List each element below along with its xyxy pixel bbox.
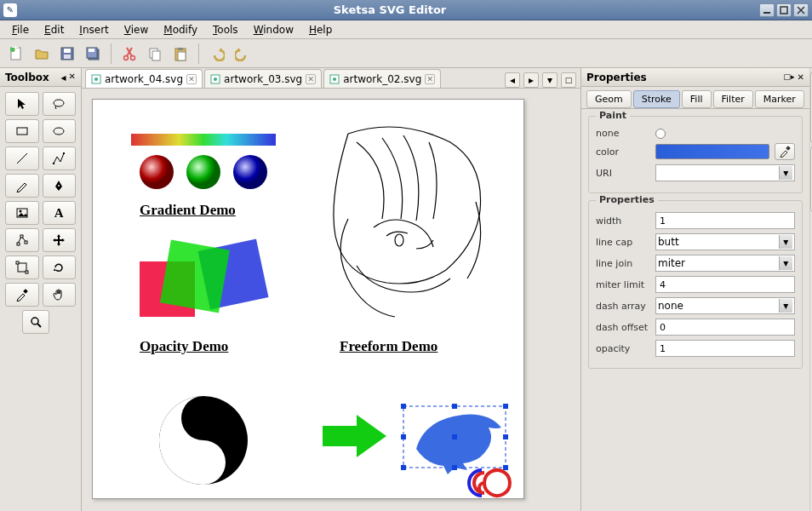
svg-rect-1 bbox=[781, 7, 787, 14]
menu-tools[interactable]: Tools bbox=[206, 22, 245, 37]
opacity-input[interactable] bbox=[655, 340, 795, 357]
paint-color-swatch[interactable] bbox=[655, 144, 769, 159]
tab-marker[interactable]: Marker bbox=[755, 90, 804, 108]
svg-rect-66 bbox=[452, 465, 457, 470]
node-edit-tool[interactable] bbox=[5, 228, 39, 252]
svg-rect-21 bbox=[178, 52, 186, 60]
open-file-button[interactable] bbox=[31, 43, 53, 65]
pen-tool[interactable] bbox=[43, 174, 77, 198]
properties-title: Properties □▸✕ bbox=[581, 68, 809, 87]
transform-tool[interactable] bbox=[5, 256, 39, 279]
tab-scroll-left[interactable]: ◂ bbox=[505, 72, 520, 88]
linecap-combo[interactable]: butt▾ bbox=[655, 233, 795, 250]
svg-point-53 bbox=[395, 234, 403, 246]
opacity-demo-label: Opacity Demo bbox=[140, 338, 228, 355]
menu-view[interactable]: View bbox=[117, 22, 155, 37]
tab-close-icon[interactable]: ✕ bbox=[306, 74, 316, 84]
paint-none-radio[interactable] bbox=[655, 129, 666, 139]
move-tool[interactable] bbox=[43, 228, 77, 252]
svg-point-49 bbox=[233, 155, 267, 189]
menu-window[interactable]: Window bbox=[247, 22, 300, 37]
menu-help[interactable]: Help bbox=[302, 22, 339, 37]
close-button[interactable] bbox=[793, 3, 809, 17]
tab-artwork-04[interactable]: artwork_04.svg ✕ bbox=[85, 69, 203, 88]
properties-tabs: Geom Stroke Fill Filter Marker bbox=[581, 87, 809, 109]
undo-button[interactable] bbox=[206, 43, 228, 65]
svg-point-55 bbox=[197, 412, 209, 424]
svg-rect-46 bbox=[131, 134, 276, 146]
cut-button[interactable] bbox=[118, 43, 140, 65]
properties-close-icon[interactable]: ✕ bbox=[797, 72, 803, 82]
linejoin-combo[interactable]: miter▾ bbox=[655, 255, 795, 272]
rectangle-tool[interactable] bbox=[5, 119, 39, 143]
rotate-tool[interactable] bbox=[43, 256, 77, 279]
menu-modify[interactable]: Modify bbox=[157, 22, 204, 37]
text-tool[interactable]: A bbox=[43, 201, 77, 225]
tab-label: artwork_03.svg bbox=[224, 73, 302, 85]
save-all-button[interactable] bbox=[82, 43, 104, 65]
redo-button[interactable] bbox=[232, 43, 254, 65]
artwork-content bbox=[93, 100, 525, 500]
dashoffset-input[interactable] bbox=[655, 319, 795, 336]
tab-scroll-right[interactable]: ▸ bbox=[523, 72, 539, 88]
svg-rect-59 bbox=[401, 404, 406, 409]
svg-rect-60 bbox=[452, 404, 457, 409]
menu-insert[interactable]: Insert bbox=[72, 22, 115, 37]
tab-geom[interactable]: Geom bbox=[586, 90, 632, 108]
svg-rect-61 bbox=[503, 404, 508, 409]
gradient-demo-label: Gradient Demo bbox=[140, 202, 236, 219]
maximize-button[interactable] bbox=[776, 3, 792, 17]
eyedropper-button[interactable] bbox=[775, 143, 795, 160]
stroke-width-input[interactable] bbox=[655, 212, 795, 229]
ellipse-tool[interactable] bbox=[43, 119, 77, 143]
toolbox-pin-icon[interactable]: ◂ bbox=[61, 72, 66, 83]
new-file-button[interactable]: + bbox=[5, 43, 27, 65]
paint-uri-combo[interactable]: ▾ bbox=[655, 164, 795, 181]
pencil-tool[interactable] bbox=[5, 174, 39, 198]
lasso-tool[interactable] bbox=[43, 92, 77, 116]
canvas-viewport[interactable]: Gradient Demo Opacity Demo Freeform Demo bbox=[82, 89, 580, 511]
tab-close-icon[interactable]: ✕ bbox=[425, 74, 435, 84]
pointer-tool[interactable] bbox=[5, 92, 39, 116]
miterlimit-input[interactable] bbox=[655, 276, 795, 293]
tab-maximize[interactable]: □ bbox=[561, 72, 576, 88]
svg-point-47 bbox=[140, 155, 174, 189]
copy-button[interactable] bbox=[144, 43, 166, 65]
tab-stroke[interactable]: Stroke bbox=[633, 90, 680, 108]
properties-pin-icon[interactable]: □▸ bbox=[783, 72, 794, 82]
right-panel: Properties □▸✕ Geom Stroke Fill Filter M… bbox=[580, 68, 812, 511]
window-title: Sketsa SVG Editor bbox=[22, 3, 758, 16]
save-button[interactable] bbox=[56, 43, 78, 65]
svg-point-16 bbox=[131, 55, 135, 60]
tab-artwork-02[interactable]: artwork_02.svg ✕ bbox=[323, 69, 441, 88]
tab-fill[interactable]: Fill bbox=[682, 90, 712, 108]
tab-filter[interactable]: Filter bbox=[713, 90, 753, 108]
paint-none-label: none bbox=[596, 128, 650, 139]
svg-rect-52 bbox=[160, 239, 230, 313]
svg-point-30 bbox=[19, 210, 21, 213]
eyedropper-tool[interactable] bbox=[5, 283, 39, 307]
svg-rect-64 bbox=[503, 434, 508, 439]
svg-rect-23 bbox=[17, 128, 27, 135]
dasharray-combo[interactable]: none▾ bbox=[655, 297, 795, 314]
zoom-tool[interactable] bbox=[22, 310, 49, 334]
polyline-tool[interactable] bbox=[43, 146, 77, 170]
tab-artwork-03[interactable]: artwork_03.svg ✕ bbox=[204, 69, 322, 88]
tab-list-dropdown[interactable]: ▾ bbox=[542, 72, 558, 88]
svg-canvas[interactable]: Gradient Demo Opacity Demo Freeform Demo bbox=[92, 99, 524, 499]
tab-label: artwork_04.svg bbox=[105, 73, 183, 85]
toolbox-close-icon[interactable]: ✕ bbox=[69, 72, 76, 83]
hand-tool[interactable] bbox=[43, 283, 77, 307]
paste-button[interactable] bbox=[169, 43, 192, 65]
minimize-button[interactable] bbox=[759, 3, 775, 17]
line-tool[interactable] bbox=[5, 146, 39, 170]
svg-rect-31 bbox=[17, 243, 20, 245]
svg-rect-57 bbox=[323, 426, 357, 446]
paint-color-label: color bbox=[596, 146, 650, 158]
tab-close-icon[interactable]: ✕ bbox=[186, 74, 197, 84]
menu-edit[interactable]: Edit bbox=[37, 22, 71, 37]
image-tool[interactable] bbox=[5, 201, 39, 225]
properties-body: Paint none color URI ▾ bbox=[581, 109, 809, 511]
svg-file-icon bbox=[210, 74, 220, 84]
menu-file[interactable]: File bbox=[5, 22, 36, 37]
